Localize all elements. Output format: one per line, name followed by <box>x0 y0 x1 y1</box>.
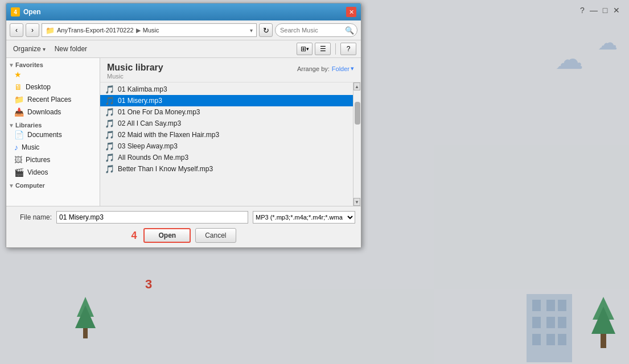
nav-forward-button[interactable]: › <box>26 23 39 37</box>
arrange-arrow: ▾ <box>351 65 354 72</box>
scroll-up-button[interactable]: ▲ <box>353 82 360 90</box>
grid-icon: ⊞ <box>301 45 306 53</box>
computer-title: Computer <box>15 182 45 189</box>
step4-badge: 4 <box>131 230 137 242</box>
arrange-area: Arrange by: Folder ▾ <box>297 65 354 72</box>
dialog-app-icon: 4 <box>11 7 20 16</box>
organize-label: Organize <box>13 45 41 53</box>
nav-forward-icon: › <box>31 26 34 34</box>
footer-buttons: 4 Open Cancel <box>12 228 355 243</box>
recent-folder-icon: 📁 <box>14 95 24 104</box>
sidebar: ▼ Favorites ★ 🖥 Desktop 📁 Recent Places … <box>6 58 100 206</box>
file-item-1[interactable]: 🎵 01 Kalimba.mp3 <box>100 84 353 95</box>
help-icon: ? <box>347 45 351 53</box>
computer-collapse[interactable]: ▼ <box>9 183 14 189</box>
file-item-7[interactable]: 🎵 All Rounds On Me.mp3 <box>100 152 353 163</box>
path-separator: ▶ <box>136 27 141 34</box>
file-name-5: 02 Maid with the Flaxen Hair.mp3 <box>118 131 219 139</box>
file-name-4: 02 All I Can Say.mp3 <box>118 119 181 127</box>
path-dropdown-button[interactable]: ▾ <box>250 27 253 34</box>
file-name-6: 03 Sleep Away.mp3 <box>118 142 178 150</box>
dialog-title-left: 4 Open <box>11 7 41 16</box>
path-part1: AnyTrans-Export-20170222 <box>57 27 134 34</box>
address-path[interactable]: 📁 AnyTrans-Export-20170222 ▶ Music ▾ <box>42 23 257 37</box>
file-icon-5: 🎵 <box>105 130 114 139</box>
sidebar-item-pictures[interactable]: 🖼 Pictures <box>6 154 100 166</box>
file-name-8: Better Than I Know Myself.mp3 <box>118 165 213 173</box>
favorites-collapse[interactable]: ▼ <box>9 62 14 68</box>
sidebar-item-music[interactable]: ♪ Music <box>6 141 100 154</box>
sidebar-item-documents[interactable]: 📄 Documents <box>6 129 100 141</box>
sidebar-item-desktop2[interactable]: 🖥 Desktop <box>6 81 100 93</box>
arrange-by-label: Arrange by: <box>297 65 330 72</box>
file-icon-8: 🎵 <box>105 164 114 173</box>
address-bar: ‹ › 📁 AnyTrans-Export-20170222 ▶ Music ▾… <box>6 20 361 40</box>
toolbar-separator <box>335 43 336 55</box>
cancel-button[interactable]: Cancel <box>195 228 236 243</box>
help-icon-button[interactable]: ? <box>340 43 356 55</box>
sidebar-computer-header: ▼ Computer <box>6 179 100 189</box>
search-wrapper: 🔍 <box>275 23 357 37</box>
new-folder-button[interactable]: New folder <box>52 44 89 54</box>
file-item-8[interactable]: 🎵 Better Than I Know Myself.mp3 <box>100 163 353 175</box>
search-icon: 🔍 <box>345 26 354 35</box>
file-item-3[interactable]: 🎵 01 One For Da Money.mp3 <box>100 106 353 118</box>
file-item-5[interactable]: 🎵 02 Maid with the Flaxen Hair.mp3 <box>100 129 353 140</box>
sidebar-pictures-label: Pictures <box>26 156 50 164</box>
file-icon-7: 🎵 <box>105 153 114 162</box>
open-dialog: 4 Open ✕ ‹ › 📁 AnyTrans-Export-20170222 … <box>6 3 361 248</box>
dialog-body: ▼ Favorites ★ 🖥 Desktop 📁 Recent Places … <box>6 58 361 206</box>
file-name-label: File name: <box>12 213 52 221</box>
file-name-2: 01 Misery.mp3 <box>118 97 162 105</box>
sidebar-libraries-header: ▼ Libraries <box>6 118 100 129</box>
music-icon: ♪ <box>14 143 18 152</box>
sidebar-item-videos[interactable]: 🎬 Videos <box>6 166 100 179</box>
file-list-scrollbar[interactable]: ▲ ▼ <box>353 82 361 206</box>
videos-icon: 🎬 <box>14 168 24 177</box>
nav-back-button[interactable]: ‹ <box>10 23 23 37</box>
nav-back-icon: ‹ <box>15 26 18 34</box>
favorites-star-icon: ★ <box>14 70 22 79</box>
scroll-thumb[interactable] <box>355 102 360 125</box>
file-icon-1: 🎵 <box>105 85 114 94</box>
dialog-titlebar: 4 Open ✕ <box>6 3 361 20</box>
file-item-4[interactable]: 🎵 02 All I Can Say.mp3 <box>100 118 353 129</box>
sidebar-item-desktop[interactable]: ★ <box>6 68 100 81</box>
file-icon-4: 🎵 <box>105 119 114 128</box>
sidebar-item-recent-places[interactable]: 📁 Recent Places <box>6 93 100 106</box>
scroll-down-button[interactable]: ▼ <box>353 198 360 206</box>
file-item-6[interactable]: 🎵 03 Sleep Away.mp3 <box>100 140 353 152</box>
libraries-collapse[interactable]: ▼ <box>9 122 14 129</box>
sidebar-favorites-header: ▼ Favorites <box>6 60 100 68</box>
file-list-container: 🎵 01 Kalimba.mp3 🎵 01 Misery.mp3 🎵 01 On… <box>100 82 361 206</box>
path-folder-icon: 📁 <box>46 26 55 35</box>
file-list-title: Music library <box>107 63 163 73</box>
sidebar-music-label: Music <box>22 143 39 151</box>
file-icon-6: 🎵 <box>105 142 114 151</box>
arrange-dropdown-button[interactable]: Folder ▾ <box>332 65 354 72</box>
view-grid-button[interactable]: ⊞ ▾ <box>297 43 313 55</box>
file-item-2[interactable]: 🎵 01 Misery.mp3 <box>100 95 353 106</box>
file-list: 🎵 01 Kalimba.mp3 🎵 01 Misery.mp3 🎵 01 On… <box>100 82 353 176</box>
organize-button[interactable]: Organize ▾ <box>11 44 48 54</box>
file-name-input[interactable] <box>56 211 248 224</box>
file-icon-3: 🎵 <box>105 107 114 117</box>
refresh-icon: ↻ <box>263 26 269 35</box>
file-list-subtitle: Music <box>107 73 163 80</box>
view-detail-button[interactable]: ☰ <box>315 43 331 55</box>
file-icon-2: 🎵 <box>105 96 114 105</box>
file-name-3: 01 One For Da Money.mp3 <box>118 108 200 116</box>
desktop-folder-icon: 🖥 <box>14 82 22 92</box>
downloads-folder-icon: 📥 <box>14 107 24 117</box>
dialog-close-button[interactable]: ✕ <box>346 7 356 17</box>
file-name-1: 01 Kalimba.mp3 <box>118 85 167 93</box>
sidebar-item-downloads[interactable]: 📥 Downloads <box>6 106 100 118</box>
organize-arrow: ▾ <box>43 46 46 52</box>
open-button[interactable]: Open <box>143 228 191 243</box>
file-area: Music library Music Arrange by: Folder ▾ <box>100 58 361 206</box>
file-type-select[interactable]: MP3 (*.mp3;*.m4a;*.m4r;*.wma <box>253 211 355 224</box>
sidebar-desktop-label: Desktop <box>26 83 51 91</box>
scroll-track[interactable] <box>353 90 361 198</box>
refresh-button[interactable]: ↻ <box>259 23 273 37</box>
sidebar-recent-label: Recent Places <box>27 96 71 104</box>
